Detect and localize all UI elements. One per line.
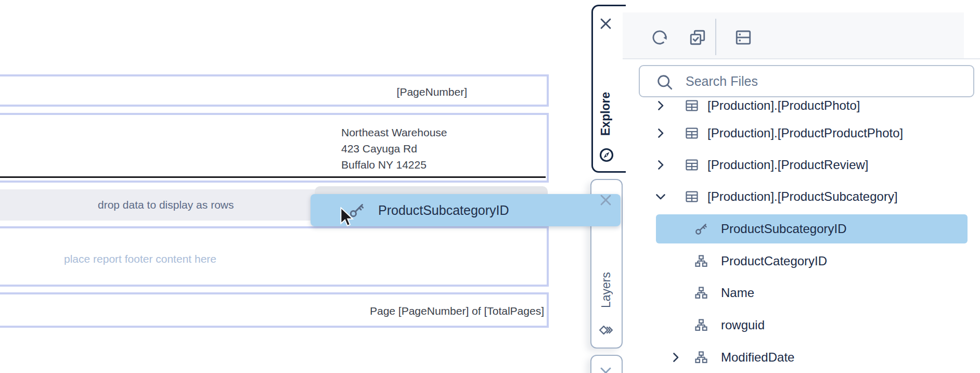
- chevron-right-icon[interactable]: [654, 99, 667, 112]
- chevron-right-icon[interactable]: [654, 159, 667, 171]
- hierarchy-icon: [694, 350, 708, 365]
- refresh-icon[interactable]: [651, 29, 668, 46]
- tree-row-label: [Production].[ProductReview]: [707, 158, 868, 172]
- drag-chip[interactable]: ProductSubcategoryID: [311, 194, 621, 226]
- chevron-right-icon[interactable]: [669, 351, 682, 364]
- tree-row-label: [Production].[ProductSubcategory]: [707, 189, 898, 204]
- tree-row-label: [Production].[ProductProductPhoto]: [707, 126, 903, 140]
- close-icon[interactable]: [598, 16, 613, 31]
- hierarchy-icon: [694, 318, 708, 332]
- tree-row[interactable]: [Production].[ProductProductPhoto]: [623, 124, 980, 142]
- table-icon: [685, 126, 699, 140]
- tree-row[interactable]: rowguid: [623, 316, 980, 334]
- report-header-section[interactable]: [0, 113, 549, 183]
- tree-row[interactable]: [Production].[ProductPhoto]: [623, 99, 980, 114]
- table-icon: [685, 99, 699, 113]
- tab-layers-label[interactable]: Layers: [597, 260, 615, 319]
- table-icon: [685, 189, 699, 204]
- tree-row[interactable]: Name: [623, 284, 980, 302]
- address-line: Buffalo NY 14225: [341, 157, 447, 173]
- rows-layout-icon[interactable]: [734, 29, 752, 46]
- address-line: 423 Cayuga Rd: [341, 140, 447, 157]
- tree-row-label: rowguid: [721, 318, 765, 332]
- page-header-field[interactable]: [PageNumber]: [397, 86, 467, 98]
- search-placeholder: Search Files: [686, 74, 758, 89]
- tab-explore-label[interactable]: Explore: [596, 86, 615, 142]
- report-footer-placeholder: place report footer content here: [64, 253, 216, 265]
- tree-row[interactable]: [Production].[ProductSubcategory]: [623, 188, 980, 205]
- copy-check-icon[interactable]: [689, 29, 706, 46]
- drag-chip-label: ProductSubcategoryID: [378, 203, 509, 218]
- close-icon[interactable]: [598, 192, 613, 208]
- chevron-right-icon[interactable]: [654, 127, 667, 139]
- search-icon: [655, 73, 674, 92]
- tree-row[interactable]: ProductCategoryID: [623, 252, 980, 270]
- tree-row-label: ModifiedDate: [721, 350, 794, 365]
- tree-row-label: ProductCategoryID: [721, 254, 827, 268]
- report-designer-window: [PageNumber] Northeast Warehouse 423 Cay…: [0, 0, 980, 373]
- search-input[interactable]: Search Files: [639, 65, 974, 97]
- close-icon[interactable]: [598, 365, 613, 373]
- key-icon: [694, 222, 708, 236]
- table-icon: [685, 158, 699, 172]
- tree-row[interactable]: ProductSubcategoryID: [623, 220, 980, 238]
- tree-row-label: ProductSubcategoryID: [721, 222, 846, 236]
- chevron-down-icon[interactable]: [654, 190, 667, 203]
- tree-row[interactable]: ModifiedDate: [623, 349, 980, 366]
- mouse-cursor-icon: [340, 207, 354, 228]
- page-footer-field[interactable]: Page [PageNumber] of [TotalPages]: [370, 305, 544, 317]
- address-line: Northeast Warehouse: [341, 124, 447, 140]
- layers-icon: [598, 322, 614, 338]
- panel-toolbar: [623, 12, 964, 59]
- address-block[interactable]: Northeast Warehouse 423 Cayuga Rd Buffal…: [341, 124, 447, 173]
- tree-row-label: Name: [721, 286, 754, 300]
- horizontal-rule[interactable]: [0, 176, 546, 178]
- tree-row-label: [Production].[ProductPhoto]: [707, 99, 860, 113]
- toolbar-separator: [715, 19, 716, 55]
- toolbar-divider: [623, 58, 980, 59]
- tree-row[interactable]: [Production].[ProductReview]: [623, 156, 980, 174]
- hierarchy-icon: [694, 286, 708, 300]
- hierarchy-icon: [694, 254, 708, 268]
- compass-icon: [599, 147, 614, 163]
- rows-drop-hint: drop data to display as rows: [98, 199, 234, 211]
- data-source-tree: [Production].[ProductPhoto][Production].…: [623, 99, 980, 373]
